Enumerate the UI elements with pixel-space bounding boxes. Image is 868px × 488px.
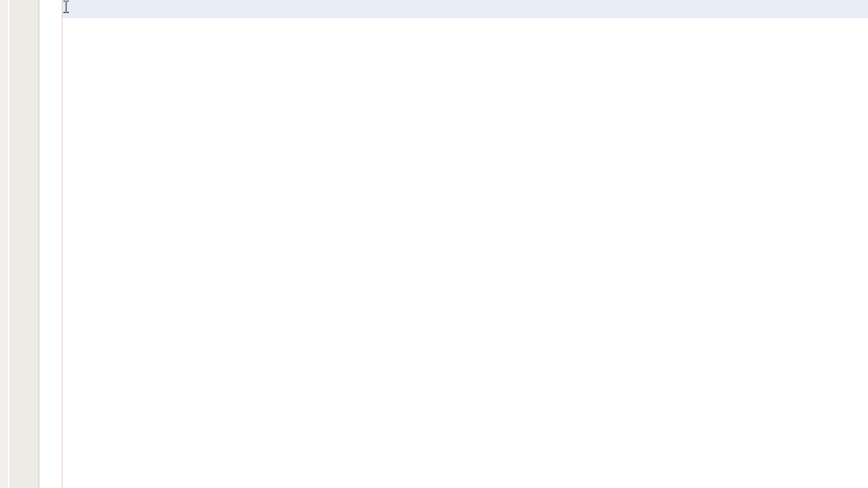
print-margin-line bbox=[62, 0, 62, 488]
code-area[interactable] bbox=[62, 0, 868, 488]
current-line-highlight bbox=[62, 0, 868, 18]
annotation-ruler[interactable] bbox=[0, 0, 9, 488]
line-number-gutter[interactable] bbox=[9, 0, 39, 488]
code-editor bbox=[0, 0, 868, 488]
text-ibeam-cursor-icon bbox=[62, 0, 71, 14]
fold-gutter bbox=[39, 0, 62, 488]
